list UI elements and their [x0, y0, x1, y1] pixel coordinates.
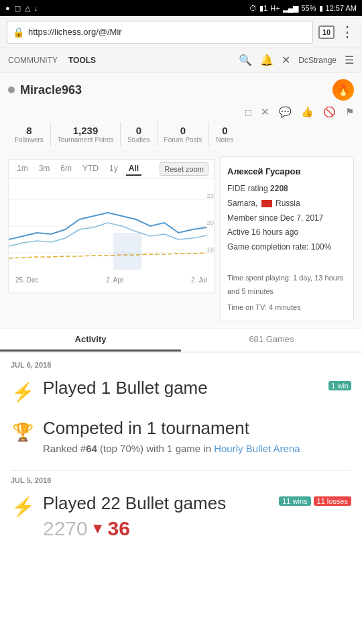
status-bar-right: ⏱ ▮1 H+ ▂▄▆ 55% ▮ 12:57 AM — [249, 4, 357, 13]
activity-tournament-1: 🏆 Competed in 1 tournament Ranked #64 (t… — [11, 417, 351, 456]
russia-flag — [261, 200, 272, 207]
like-icon[interactable]: 👍 — [301, 106, 314, 118]
copy-icon[interactable]: □ — [245, 107, 251, 118]
chart-tabs: 1m 3m 6m YTD 1y All Reset zoom — [9, 160, 214, 179]
bolt-icon-1: ⚡ — [11, 380, 35, 404]
battery-text: 55% — [301, 4, 316, 12]
tournament-subtitle: Ranked #64 (top 70%) with 1 game in Hour… — [43, 441, 351, 457]
lock-icon: 🔒 — [13, 27, 24, 38]
svg-rect-6 — [113, 233, 141, 270]
active-time: Active 16 hours ago — [227, 225, 347, 240]
status-bar-left: ● ▢ △ ↓ — [5, 4, 38, 13]
stat-followers: 8 Followers — [8, 122, 51, 146]
more-menu-button[interactable]: ⋮ — [340, 23, 355, 41]
date-apr: 2. Apr — [106, 276, 123, 284]
nav-username: DcStrange — [298, 56, 337, 65]
stat-forum-posts: 0 Forum Posts — [158, 122, 210, 146]
block-icon[interactable]: 🚫 — [323, 106, 336, 118]
rating-down-arrow: ▼ — [90, 520, 105, 537]
chart-dates: 25. Dec 2. Apr 2. Jul — [9, 275, 214, 285]
chart-tab-1y[interactable]: 1y — [107, 162, 121, 176]
member-since: Member since Dec 7, 2017 — [227, 211, 347, 226]
losses-badge: 11 losses — [314, 496, 351, 506]
battery-icon: ▮ — [319, 4, 323, 13]
close-profile-icon[interactable]: ✕ — [261, 106, 269, 118]
image-icon: ▢ — [14, 4, 21, 13]
time-tv: Time on TV: 4 minutes — [227, 301, 347, 315]
chart-tab-1m[interactable]: 1m — [14, 162, 31, 176]
nav-tools[interactable]: ToOLS — [68, 56, 96, 65]
activity-bullet-22: ⚡ Played 22 Bullet games 2270 ▼ 36 11 wi… — [11, 492, 351, 541]
player-name: Алексей Гусаров — [227, 164, 347, 179]
chart-area: 1m 3m 6m YTD 1y All Reset zoom 2200 2000 — [8, 156, 215, 321]
tab-count-badge[interactable]: 10 — [318, 25, 335, 39]
date-dec: 25. Dec — [15, 276, 38, 284]
stat-studies: 0 Studies — [121, 122, 157, 146]
sim-icon: ▮1 — [259, 4, 267, 13]
online-status-dot — [8, 87, 15, 93]
nav-right: 🔍 🔔 ✕ DcStrange ☰ — [239, 54, 354, 66]
win-badge: 1 win — [328, 381, 351, 390]
chart-tab-all[interactable]: All — [126, 162, 141, 176]
trophy-icon-1: 🏆 — [11, 420, 35, 444]
url-text: https://lichess.org/@/Mir — [28, 27, 122, 37]
bullet-22-title: Played 22 Bullet games — [43, 492, 271, 515]
time: 12:57 AM — [326, 4, 357, 12]
svg-text:1800: 1800 — [206, 246, 214, 253]
nav-left: COMMUNITY ToOLS — [8, 56, 96, 65]
tournament-title: Competed in 1 tournament — [43, 417, 351, 440]
url-box[interactable]: 🔒 https://lichess.org/@/Mir — [7, 21, 313, 44]
tournament-link[interactable]: Hourly Bullet Arena — [214, 443, 300, 454]
profile-username: Miracle963 — [20, 83, 82, 97]
warning-icon: △ — [25, 4, 30, 13]
svg-text:2200: 2200 — [206, 193, 214, 199]
activity-bullet-1: ⚡ Played 1 Bullet game 1 win — [11, 377, 351, 404]
stats-row: 8 Followers 1,239 Tournament Points 0 St… — [8, 122, 354, 152]
rating-change: 2270 ▼ 36 — [43, 517, 271, 540]
bolt-icon-2: ⚡ — [11, 495, 35, 519]
fide-rating-line: FIDE rating 2208 — [227, 182, 347, 197]
signal-text: H+ — [270, 4, 280, 12]
flame-badge: 🔥 — [333, 79, 354, 101]
bullet-22-content: Played 22 Bullet games 2270 ▼ 36 — [43, 492, 271, 541]
rating-chart: 1m 3m 6m YTD 1y All Reset zoom 2200 2000 — [8, 159, 215, 293]
spotify-icon: ● — [5, 4, 10, 12]
tab-games[interactable]: 681 Games — [181, 329, 362, 352]
notification-icon[interactable]: 🔔 — [260, 54, 274, 66]
activity-tabs: Activity 681 Games — [0, 329, 362, 353]
chart-tab-6m[interactable]: 6m — [58, 162, 74, 176]
profile-header: Miracle963 🔥 — [8, 79, 354, 101]
close-icon[interactable]: ✕ — [282, 54, 290, 66]
tab-activity[interactable]: Activity — [0, 329, 181, 352]
nav-bar: COMMUNITY ToOLS 🔍 🔔 ✕ DcStrange ☰ — [0, 48, 362, 72]
bullet-game-title: Played 1 Bullet game — [43, 377, 320, 400]
search-icon[interactable]: 🔍 — [239, 54, 252, 66]
wins-badge: 11 wins — [279, 496, 310, 506]
rating-from: 2270 — [43, 517, 88, 540]
svg-text:2000: 2000 — [206, 219, 214, 226]
chart-tab-ytd[interactable]: YTD — [80, 162, 101, 176]
chart-tab-3m[interactable]: 3m — [36, 162, 53, 176]
download-icon: ↓ — [34, 4, 38, 12]
reset-zoom-button[interactable]: Reset zoom — [160, 162, 208, 176]
section-divider-1 — [11, 470, 351, 471]
activity-date-jul5: JUL 5, 2018 — [11, 476, 351, 484]
date-jul: 2. Jul — [191, 276, 207, 284]
address-bar: 🔒 https://lichess.org/@/Mir 10 ⋮ — [0, 16, 362, 48]
flag-icon[interactable]: ⚑ — [345, 106, 354, 118]
rating-delta: 36 — [108, 517, 130, 540]
profile-section: Miracle963 🔥 □ ✕ 💬 👍 🚫 ⚑ 8 Followers 1, — [0, 72, 362, 329]
chat-icon[interactable]: 💬 — [279, 106, 292, 118]
time-playing: Time spent playing: 1 day, 13 hours and … — [227, 272, 347, 299]
activity-date-jul6: JUL 6, 2018 — [11, 361, 351, 369]
stat-tournament-points: 1,239 Tournament Points — [51, 122, 121, 146]
tournament-content: Competed in 1 tournament Ranked #64 (top… — [43, 417, 351, 456]
bars-icon: ▂▄▆ — [283, 4, 299, 13]
bullet-game-content: Played 1 Bullet game — [43, 377, 320, 400]
stat-notes: 0 Notes — [209, 122, 240, 146]
chart-svg: 2200 2000 1800 — [9, 179, 214, 273]
nav-community[interactable]: COMMUNITY — [8, 56, 58, 65]
profile-main: 1m 3m 6m YTD 1y All Reset zoom 2200 2000 — [8, 156, 354, 321]
hamburger-icon[interactable]: ☰ — [345, 54, 354, 66]
status-bar: ● ▢ △ ↓ ⏱ ▮1 H+ ▂▄▆ 55% ▮ 12:57 AM — [0, 0, 362, 16]
